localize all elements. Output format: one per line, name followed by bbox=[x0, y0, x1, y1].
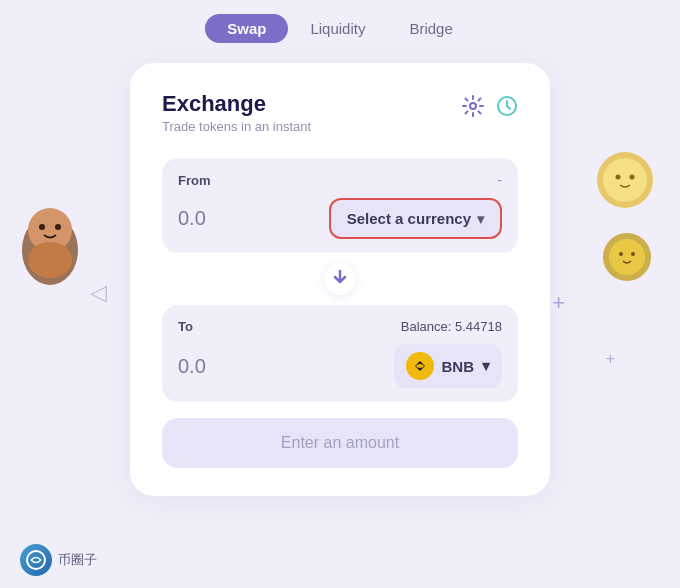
from-input-row: 0.0 Select a currency ▾ bbox=[178, 198, 502, 239]
history-button[interactable] bbox=[496, 95, 518, 123]
to-input-row: 0.0 BNB ▾ bbox=[178, 344, 502, 388]
to-label-row: To Balance: 5.44718 bbox=[178, 319, 502, 334]
select-currency-button[interactable]: Select a currency ▾ bbox=[329, 198, 502, 239]
svg-point-12 bbox=[603, 158, 647, 202]
to-label: To bbox=[178, 319, 193, 334]
svg-point-26 bbox=[27, 551, 45, 569]
bnb-symbol: BNB bbox=[442, 358, 475, 375]
svg-point-14 bbox=[630, 175, 635, 180]
from-amount: 0.0 bbox=[178, 207, 206, 230]
plus-decoration-bottom-right: + bbox=[606, 350, 615, 368]
from-panel: From - 0.0 Select a currency ▾ bbox=[162, 158, 518, 253]
decorative-coin-right-top bbox=[590, 140, 660, 224]
tab-swap[interactable]: Swap bbox=[205, 14, 288, 43]
from-label: From bbox=[178, 173, 211, 188]
svg-point-19 bbox=[470, 103, 476, 109]
settings-button[interactable] bbox=[462, 95, 484, 123]
svg-point-9 bbox=[55, 224, 61, 230]
to-balance: Balance: 5.44718 bbox=[401, 319, 502, 334]
from-label-row: From - bbox=[178, 172, 502, 188]
bnb-icon bbox=[406, 352, 434, 380]
svg-point-16 bbox=[609, 239, 645, 275]
decorative-coin-right-bottom bbox=[600, 230, 655, 289]
decorative-character-left bbox=[15, 200, 85, 304]
tab-liquidity[interactable]: Liquidity bbox=[288, 14, 387, 43]
svg-point-8 bbox=[39, 224, 45, 230]
watermark-icon bbox=[20, 544, 52, 576]
enter-amount-button[interactable]: Enter an amount bbox=[162, 418, 518, 468]
svg-point-10 bbox=[28, 242, 72, 278]
swap-direction-button[interactable] bbox=[324, 263, 356, 295]
watermark-label: 币圈子 bbox=[58, 551, 97, 569]
card-title-group: Exchange Trade tokens in an instant bbox=[162, 91, 311, 134]
svg-point-13 bbox=[616, 175, 621, 180]
down-arrow-icon bbox=[332, 269, 348, 289]
plus-decoration-top-right: + bbox=[552, 290, 565, 316]
left-arrow-decoration: ◁ bbox=[90, 280, 107, 306]
bnb-token-button[interactable]: BNB ▾ bbox=[394, 344, 503, 388]
card-title: Exchange bbox=[162, 91, 311, 117]
history-icon bbox=[496, 95, 518, 123]
settings-icon bbox=[462, 95, 484, 123]
bnb-chevron: ▾ bbox=[482, 357, 490, 375]
swap-arrow-container bbox=[162, 263, 518, 295]
from-dash: - bbox=[497, 172, 502, 188]
to-panel: To Balance: 5.44718 0.0 BNB bbox=[162, 305, 518, 402]
card-subtitle: Trade tokens in an instant bbox=[162, 119, 311, 134]
select-currency-chevron: ▾ bbox=[477, 211, 484, 227]
exchange-card: Exchange Trade tokens in an instant bbox=[130, 63, 550, 496]
select-currency-label: Select a currency bbox=[347, 210, 471, 227]
tab-bar: Swap Liquidity Bridge bbox=[0, 0, 680, 53]
to-amount: 0.0 bbox=[178, 355, 206, 378]
card-actions bbox=[462, 95, 518, 123]
tab-bridge[interactable]: Bridge bbox=[387, 14, 474, 43]
svg-point-17 bbox=[619, 252, 623, 256]
watermark: 币圈子 bbox=[20, 544, 97, 576]
svg-point-18 bbox=[631, 252, 635, 256]
card-header: Exchange Trade tokens in an instant bbox=[162, 91, 518, 134]
